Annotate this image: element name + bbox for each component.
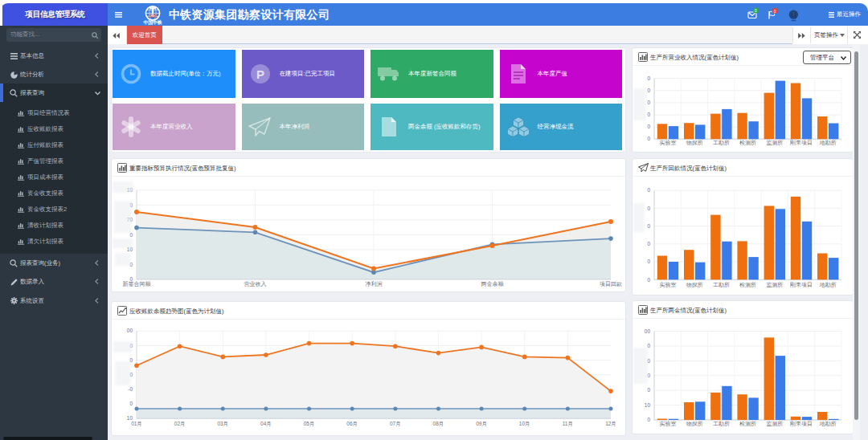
svg-text:0: 0 xyxy=(647,241,650,246)
svg-text:监测所: 监测所 xyxy=(766,421,783,427)
svg-text:刚果项目: 刚果项目 xyxy=(790,421,813,427)
svg-text:检测所: 检测所 xyxy=(739,140,756,146)
svg-text:中国中铁: 中国中铁 xyxy=(143,19,162,26)
svg-text:检测所: 检测所 xyxy=(739,282,756,288)
svg-text:刚果项目: 刚果项目 xyxy=(790,282,813,288)
svg-text:00: 00 xyxy=(645,328,651,334)
svg-text:CREC: CREC xyxy=(149,14,157,18)
svg-text:物探所: 物探所 xyxy=(686,140,703,146)
svg-text:净利润: 净利润 xyxy=(366,281,383,287)
svg-text:0: 0 xyxy=(129,401,133,406)
svg-text:11月: 11月 xyxy=(563,421,573,427)
svg-text:监测所: 监测所 xyxy=(766,282,783,288)
svg-text:检测所: 检测所 xyxy=(739,421,756,427)
svg-text:监测所: 监测所 xyxy=(766,140,783,146)
svg-text:0: 0 xyxy=(647,259,650,264)
svg-text:工勘所: 工勘所 xyxy=(713,421,730,426)
svg-text:04月: 04月 xyxy=(260,421,272,427)
svg-text:地勘所: 地勘所 xyxy=(819,282,837,287)
svg-text:10: 10 xyxy=(645,402,651,408)
svg-text:营业收入: 营业收入 xyxy=(244,281,267,287)
svg-text:0: 0 xyxy=(755,8,757,13)
svg-text:刚果项目: 刚果项目 xyxy=(790,140,813,146)
svg-text:0: 0 xyxy=(647,417,650,422)
svg-text:02月: 02月 xyxy=(174,421,186,427)
svg-text:实验室: 实验室 xyxy=(660,140,677,145)
svg-text:0: 0 xyxy=(647,187,650,193)
svg-text:09月: 09月 xyxy=(476,421,487,427)
svg-text:0: 0 xyxy=(647,88,650,93)
svg-text:地勘所: 地勘所 xyxy=(819,421,837,426)
svg-text:12月: 12月 xyxy=(605,421,616,427)
svg-text:0: 0 xyxy=(647,75,650,81)
svg-text:01月: 01月 xyxy=(131,421,142,427)
svg-text:0: 0 xyxy=(647,277,650,283)
svg-text:新签合同额: 新签合同额 xyxy=(123,280,152,287)
svg-text:实验室: 实验室 xyxy=(660,282,677,287)
svg-text:两金余额: 两金余额 xyxy=(481,281,505,287)
svg-text:工勘所: 工勘所 xyxy=(713,282,730,287)
svg-text:地勘所: 地勘所 xyxy=(819,140,837,145)
svg-text:05月: 05月 xyxy=(304,421,315,427)
svg-text:物探所: 物探所 xyxy=(686,282,703,288)
svg-text:项目回款: 项目回款 xyxy=(600,281,622,287)
svg-text:0: 0 xyxy=(647,112,650,117)
svg-text:0: 0 xyxy=(647,124,650,129)
svg-text:0: 0 xyxy=(647,136,650,141)
svg-text:0: 0 xyxy=(647,206,650,211)
svg-text:00: 00 xyxy=(127,328,133,333)
svg-text:0: 0 xyxy=(647,223,650,229)
svg-text:0: 0 xyxy=(647,387,650,393)
svg-text:物探所: 物探所 xyxy=(686,421,703,427)
svg-text:03月: 03月 xyxy=(217,421,228,427)
svg-text:08月: 08月 xyxy=(433,421,444,427)
svg-text:0: 0 xyxy=(647,100,650,105)
svg-text:10月: 10月 xyxy=(519,421,530,427)
svg-text:0: 0 xyxy=(774,9,776,14)
svg-text:工勘所: 工勘所 xyxy=(713,140,730,145)
svg-text:07月: 07月 xyxy=(390,421,401,427)
svg-text:实验室: 实验室 xyxy=(660,421,677,426)
svg-text:P: P xyxy=(256,67,264,80)
svg-text:-0: -0 xyxy=(128,386,133,392)
svg-text:06月: 06月 xyxy=(346,421,358,427)
